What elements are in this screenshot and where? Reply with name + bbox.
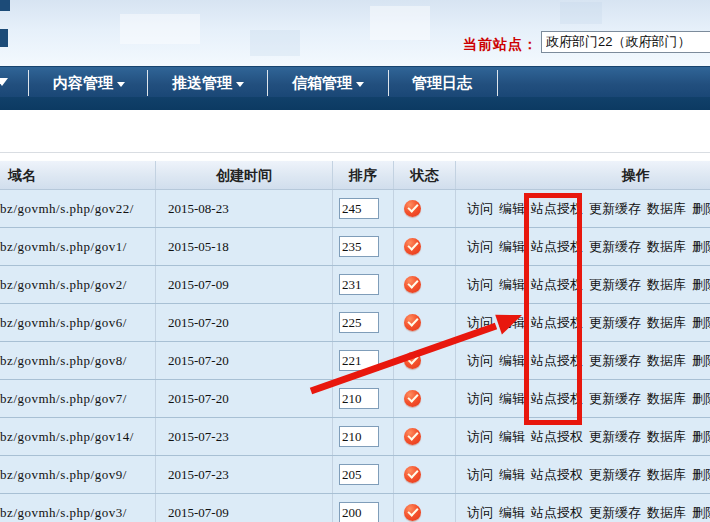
status-enabled-check-icon[interactable] [404, 428, 421, 445]
status-enabled-check-icon[interactable] [404, 466, 421, 483]
created-date-cell: 2015-07-09 [156, 266, 333, 303]
action-link-数据库[interactable]: 数据库 [647, 200, 686, 218]
action-link-站点授权[interactable]: 站点授权 [531, 276, 583, 294]
action-link-编辑[interactable]: 编辑 [499, 466, 525, 484]
created-date-cell: 2015-07-23 [156, 418, 333, 455]
background-pattern [370, 6, 430, 40]
action-link-数据库[interactable]: 数据库 [647, 314, 686, 332]
status-enabled-check-icon[interactable] [404, 352, 421, 369]
status-enabled-check-icon[interactable] [404, 238, 421, 255]
status-enabled-check-icon[interactable] [404, 390, 421, 407]
action-link-编辑[interactable]: 编辑 [499, 314, 525, 332]
action-link-访问[interactable]: 访问 [467, 390, 493, 408]
nav-item-label: 管理日志 [412, 74, 472, 91]
action-link-更新缓存[interactable]: 更新缓存 [589, 238, 641, 256]
nav-item-content-management[interactable]: 内容管理 [39, 67, 139, 98]
sort-order-input[interactable] [339, 426, 379, 447]
action-link-站点授权[interactable]: 站点授权 [531, 504, 583, 522]
actions-cell: 访问编辑站点授权更新缓存数据库删除 [456, 266, 710, 303]
action-link-数据库[interactable]: 数据库 [647, 238, 686, 256]
action-link-编辑[interactable]: 编辑 [499, 352, 525, 370]
action-link-删除[interactable]: 删除 [692, 314, 710, 332]
domain-cell: /bz/govmh/s.php/gov2/ [0, 266, 156, 303]
action-link-站点授权[interactable]: 站点授权 [531, 352, 583, 370]
table-row: /bz/govmh/s.php/gov1/ 2015-05-18 访问编辑站点授… [0, 228, 710, 266]
sort-order-input[interactable] [339, 464, 379, 485]
status-enabled-check-icon[interactable] [404, 314, 421, 331]
background-pattern [250, 30, 300, 56]
action-link-数据库[interactable]: 数据库 [647, 504, 686, 522]
action-link-编辑[interactable]: 编辑 [499, 428, 525, 446]
created-date-cell: 2015-07-20 [156, 380, 333, 417]
nav-item-admin-log[interactable]: 管理日志 [397, 67, 487, 98]
action-link-站点授权[interactable]: 站点授权 [531, 428, 583, 446]
action-link-数据库[interactable]: 数据库 [647, 390, 686, 408]
sort-order-input[interactable] [339, 236, 379, 257]
action-link-数据库[interactable]: 数据库 [647, 276, 686, 294]
caret-down-icon [117, 82, 125, 91]
action-link-站点授权[interactable]: 站点授权 [531, 466, 583, 484]
action-link-编辑[interactable]: 编辑 [499, 390, 525, 408]
action-link-更新缓存[interactable]: 更新缓存 [589, 390, 641, 408]
actions-cell: 访问编辑站点授权更新缓存数据库删除 [456, 342, 710, 379]
action-link-删除[interactable]: 删除 [692, 352, 710, 370]
action-link-数据库[interactable]: 数据库 [647, 352, 686, 370]
action-link-删除[interactable]: 删除 [692, 276, 710, 294]
action-link-数据库[interactable]: 数据库 [647, 466, 686, 484]
action-link-站点授权[interactable]: 站点授权 [531, 314, 583, 332]
sort-cell [333, 304, 394, 341]
action-link-删除[interactable]: 删除 [692, 200, 710, 218]
action-link-编辑[interactable]: 编辑 [499, 200, 525, 218]
action-link-删除[interactable]: 删除 [692, 466, 710, 484]
action-link-删除[interactable]: 删除 [692, 238, 710, 256]
domain-cell: /bz/govmh/s.php/gov8/ [0, 342, 156, 379]
action-link-站点授权[interactable]: 站点授权 [531, 390, 583, 408]
action-link-更新缓存[interactable]: 更新缓存 [589, 314, 641, 332]
action-link-访问[interactable]: 访问 [467, 352, 493, 370]
nav-item-push-management[interactable]: 推送管理 [158, 67, 258, 98]
sort-order-input[interactable] [339, 388, 379, 409]
action-link-编辑[interactable]: 编辑 [499, 504, 525, 522]
sort-order-input[interactable] [339, 198, 379, 219]
action-link-数据库[interactable]: 数据库 [647, 428, 686, 446]
action-link-删除[interactable]: 删除 [692, 428, 710, 446]
action-link-更新缓存[interactable]: 更新缓存 [589, 276, 641, 294]
created-date-cell: 2015-07-09 [156, 494, 333, 522]
action-link-更新缓存[interactable]: 更新缓存 [589, 428, 641, 446]
status-cell [394, 418, 456, 455]
sort-order-input[interactable] [339, 312, 379, 333]
sort-cell [333, 342, 394, 379]
action-link-访问[interactable]: 访问 [467, 238, 493, 256]
action-link-更新缓存[interactable]: 更新缓存 [589, 352, 641, 370]
action-link-删除[interactable]: 删除 [692, 390, 710, 408]
status-enabled-check-icon[interactable] [404, 504, 421, 521]
action-link-编辑[interactable]: 编辑 [499, 238, 525, 256]
action-link-访问[interactable]: 访问 [467, 466, 493, 484]
created-date-cell: 2015-08-23 [156, 190, 333, 227]
status-enabled-check-icon[interactable] [404, 276, 421, 293]
sort-cell [333, 190, 394, 227]
action-link-访问[interactable]: 访问 [467, 276, 493, 294]
action-link-更新缓存[interactable]: 更新缓存 [589, 200, 641, 218]
action-link-更新缓存[interactable]: 更新缓存 [589, 504, 641, 522]
action-link-访问[interactable]: 访问 [467, 314, 493, 332]
caret-down-icon[interactable] [0, 78, 8, 92]
action-link-站点授权[interactable]: 站点授权 [531, 238, 583, 256]
action-link-删除[interactable]: 删除 [692, 504, 710, 522]
table-header-row: 域名 创建时间 排序 状态 操作 [0, 160, 710, 190]
action-link-站点授权[interactable]: 站点授权 [531, 200, 583, 218]
sort-order-input[interactable] [339, 350, 379, 371]
action-link-访问[interactable]: 访问 [467, 200, 493, 218]
nav-item-mailbox-management[interactable]: 信箱管理 [278, 67, 378, 98]
action-link-访问[interactable]: 访问 [467, 428, 493, 446]
column-header-status: 状态 [394, 161, 456, 189]
sort-order-input[interactable] [339, 274, 379, 295]
status-enabled-check-icon[interactable] [404, 200, 421, 217]
nav-item-label: 推送管理 [172, 74, 232, 91]
current-site-select[interactable] [541, 31, 710, 53]
action-link-编辑[interactable]: 编辑 [499, 276, 525, 294]
action-link-访问[interactable]: 访问 [467, 504, 493, 522]
sort-order-input[interactable] [339, 502, 379, 522]
nav-divider [388, 70, 389, 96]
action-link-更新缓存[interactable]: 更新缓存 [589, 466, 641, 484]
